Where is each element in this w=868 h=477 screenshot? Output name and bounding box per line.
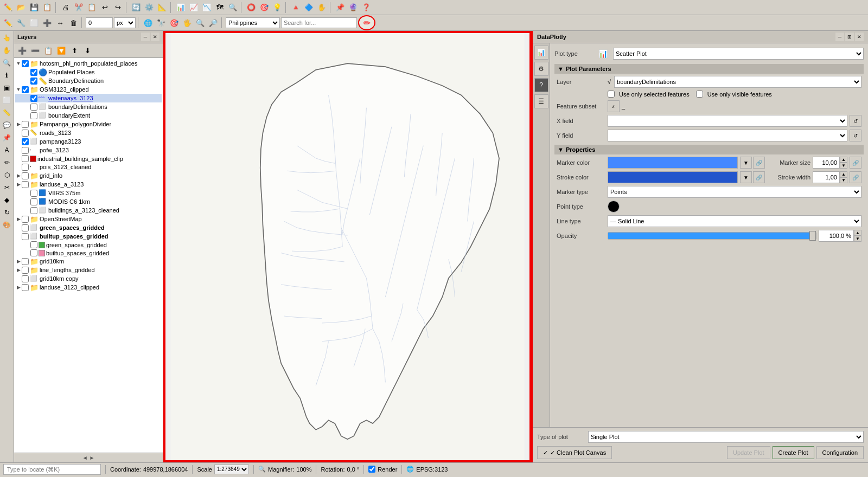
coord-input[interactable]: 0	[86, 17, 113, 28]
open-attr-btn[interactable]: 📋	[42, 44, 54, 56]
check-modis[interactable]	[30, 198, 37, 205]
dp-table-icon-btn[interactable]: ☰	[534, 94, 548, 108]
locate-input[interactable]	[3, 464, 101, 475]
edit-mode-btn[interactable]: ✏️	[2, 17, 14, 29]
lt-zoom-btn[interactable]: 🔍	[1, 57, 13, 69]
check-grid10km[interactable]	[22, 258, 29, 265]
use-selected-check[interactable]	[608, 91, 615, 98]
dp-settings-icon-btn[interactable]: ⚙	[534, 62, 548, 76]
label-btn[interactable]: 💡	[271, 2, 283, 14]
toggle-edit-btn[interactable]: 🔧	[15, 17, 27, 29]
stroke-color-link-btn[interactable]: 🔗	[753, 171, 765, 183]
lt-select-btn[interactable]: ▣	[1, 82, 13, 94]
arrow-osm[interactable]: ▶	[15, 216, 22, 222]
check-green-spaces-g[interactable]	[22, 224, 29, 231]
use-visible-check[interactable]	[696, 91, 703, 98]
scale-select[interactable]: 1:273649	[214, 465, 249, 474]
marker-color-btn[interactable]	[608, 157, 738, 169]
lt-identify-btn[interactable]: ℹ	[1, 69, 13, 81]
layers-minimize-btn[interactable]: ─	[141, 33, 150, 41]
arrow-grid10km[interactable]: ▶	[15, 259, 22, 264]
dp-close-btn[interactable]: ✕	[855, 33, 864, 41]
check-buildings[interactable]	[30, 207, 37, 214]
arrow-hotosm[interactable]: ▼	[15, 61, 22, 66]
plugin1-btn[interactable]: 📌	[334, 2, 346, 14]
point-type-btn[interactable]	[608, 201, 620, 212]
marker-color-arrow-btn[interactable]: ▼	[740, 157, 752, 169]
lt-touch-btn[interactable]: 👆	[1, 32, 13, 44]
feature-subset-btn[interactable]: 𝜀	[608, 100, 620, 112]
move-feature-btn[interactable]: ↔	[54, 17, 66, 29]
layer-pois[interactable]: · pois_3123_cleaned	[15, 163, 162, 171]
layer-select[interactable]: boundaryDelimitations waterways_3123 Pop…	[614, 76, 861, 88]
lt-pin-btn[interactable]: 📌	[1, 132, 13, 144]
unit-select[interactable]: px m	[114, 17, 136, 28]
plot-type-select[interactable]: Scatter Plot Bar Plot Box Plot Histogram	[613, 48, 864, 60]
layer-pink-swatch[interactable]: builtup_spaces_gridded	[15, 249, 162, 257]
layer-grid-info[interactable]: ▶ 📁 grid_info	[15, 171, 162, 180]
layer-pofw[interactable]: · pofw_3123	[15, 146, 162, 154]
copy-btn[interactable]: 📋	[86, 2, 98, 14]
check-hotosm[interactable]	[22, 60, 29, 67]
check-osm[interactable]	[22, 216, 29, 223]
zoom-layer-btn[interactable]: 🔭	[155, 17, 167, 29]
new-project-btn[interactable]: ✏️	[2, 2, 14, 14]
refresh-btn[interactable]: 🔄	[130, 2, 142, 14]
lt-measure-btn[interactable]: 📏	[1, 107, 13, 119]
x-field-select[interactable]	[608, 115, 847, 127]
layer-buildings[interactable]: ⬜ buildings_a_3123_cleaned	[15, 206, 162, 215]
plugin2-btn[interactable]: 🔮	[347, 2, 359, 14]
check-pois[interactable]	[22, 164, 29, 171]
marker-size-link-btn[interactable]: 🔗	[850, 157, 861, 169]
opacity-up-btn[interactable]: ▲	[854, 230, 861, 236]
arrow-pampanga-poly[interactable]: ▶	[15, 121, 22, 127]
check-roads[interactable]	[22, 130, 29, 137]
layer-landuse[interactable]: ▶ 📁 landuse_a_3123	[15, 180, 162, 189]
help-btn[interactable]: ❓	[360, 2, 372, 14]
move-down-btn[interactable]: ⬇	[81, 44, 93, 56]
add-raster-btn[interactable]: 📉	[201, 2, 213, 14]
opacity-input[interactable]	[819, 230, 854, 242]
check-green-swatch[interactable]	[30, 241, 37, 248]
line-type-select[interactable]: — Solid Line - - Dashed .. Dotted	[608, 215, 861, 227]
open-btn[interactable]: 📂	[15, 2, 27, 14]
properties-header[interactable]: ▼ Properties	[554, 145, 864, 154]
x-field-btn[interactable]: ↺	[850, 115, 861, 127]
zoom-in-btn[interactable]: 🔺	[290, 2, 302, 14]
stroke-width-down-btn[interactable]: ▼	[840, 177, 847, 183]
add-wms-btn[interactable]: 🗺	[214, 2, 226, 14]
stroke-width-up-btn[interactable]: ▲	[840, 171, 847, 177]
lt-digitize-btn[interactable]: ✏	[1, 157, 13, 169]
digitize-btn[interactable]: ⭕	[245, 2, 257, 14]
layer-pampanga-poly[interactable]: ▶ 📁 Pampanga_polygonDivider	[15, 120, 162, 128]
undo-btn[interactable]: ↩	[99, 2, 111, 14]
marker-size-input[interactable]	[813, 157, 840, 169]
print-btn[interactable]: 🖨	[60, 2, 72, 14]
opacity-down-btn[interactable]: ▼	[854, 236, 861, 242]
y-field-btn[interactable]: ↺	[850, 130, 861, 141]
add-layer-btn[interactable]: 📊	[175, 2, 187, 14]
check-landuse[interactable]	[22, 181, 29, 188]
dp-plot-icon-btn[interactable]: 📊	[534, 46, 548, 60]
arrow-line-lengths[interactable]: ▶	[15, 267, 22, 273]
pan-btn[interactable]: ✋	[316, 2, 328, 14]
check-pampanga-poly[interactable]	[22, 121, 29, 128]
layer-roads[interactable]: 📏 roads_3123	[15, 128, 162, 137]
render-checkbox[interactable]	[368, 466, 375, 473]
move-up-btn[interactable]: ⬆	[68, 44, 80, 56]
cut-btn[interactable]: ✂️	[73, 2, 85, 14]
check-landuse-clipped[interactable]	[22, 284, 29, 291]
dp-minimize-btn[interactable]: ─	[835, 33, 844, 41]
check-industrial[interactable]	[22, 155, 29, 162]
select-btn[interactable]: 🎯	[258, 2, 270, 14]
check-grid10km-copy[interactable]	[22, 275, 29, 282]
lt-annotate-btn[interactable]: 💬	[1, 119, 13, 131]
layer-populated[interactable]: 🔵 Populated Places	[15, 68, 162, 76]
layers-scroll-hint[interactable]: ◄ ►	[14, 453, 163, 462]
check-boundary-delim[interactable]	[30, 104, 37, 111]
layers-close-btn[interactable]: ✕	[151, 33, 159, 41]
opacity-slider[interactable]	[608, 232, 816, 240]
marker-size-up-btn[interactable]: ▲	[840, 157, 847, 163]
add-feature-btn[interactable]: ➕	[41, 17, 53, 29]
zoom-out-btn[interactable]: 🔷	[303, 2, 315, 14]
